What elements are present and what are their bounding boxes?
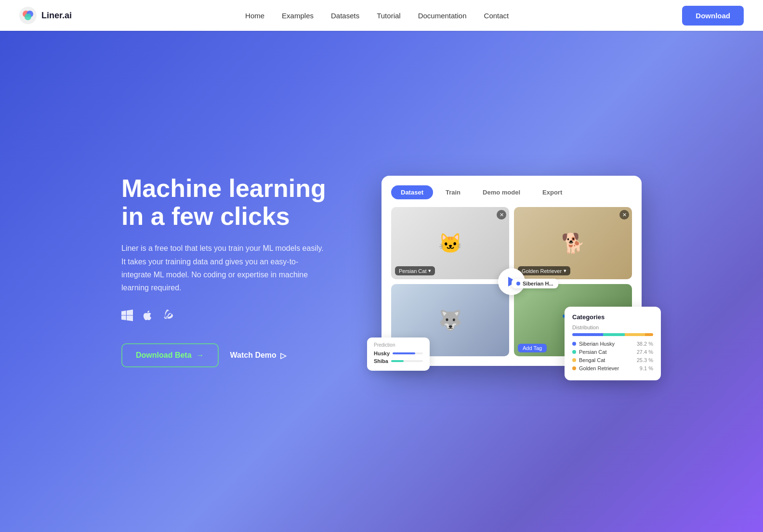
download-beta-button[interactable]: Download Beta → — [121, 343, 219, 367]
dropdown-icon: ▾ — [428, 268, 431, 274]
pred-husky-bar — [393, 352, 415, 354]
hero-right: Dataset Train Demo model Export 🐱 ✕ Pers… — [382, 176, 642, 366]
nav-contact[interactable]: Contact — [484, 12, 509, 20]
image-card-cat: 🐱 ✕ Persian Cat ▾ — [391, 207, 509, 279]
logo-link[interactable]: Liner.ai — [19, 7, 72, 24]
close-cat-button[interactable]: ✕ — [497, 210, 506, 220]
hero-description: Liner is a free tool that lets you train… — [121, 242, 324, 294]
hero-ctas: Download Beta → Watch Demo ▷ — [121, 343, 353, 367]
nav-download-button[interactable]: Download — [682, 6, 744, 26]
pred-husky: Husky — [374, 350, 423, 356]
navbar: Liner.ai Home Examples Datasets Tutorial… — [0, 0, 763, 31]
tab-dataset[interactable]: Dataset — [391, 185, 433, 199]
dot-persian — [572, 350, 576, 354]
categories-card: Categories Distribution Siberian Husky 3… — [565, 307, 661, 380]
svg-point-3 — [25, 13, 31, 20]
brand-name: Liner.ai — [41, 11, 72, 21]
image-card-dog: 🐕 ✕ Golden Retriever ▾ — [514, 207, 632, 279]
nav-examples[interactable]: Examples — [282, 12, 314, 20]
close-dog-button[interactable]: ✕ — [619, 210, 629, 220]
dot-retriever — [572, 366, 576, 370]
app-mockup: Dataset Train Demo model Export 🐱 ✕ Pers… — [382, 176, 642, 366]
dog-tag: Golden Retriever ▾ — [518, 266, 570, 275]
cat-tag: Persian Cat ▾ — [395, 266, 435, 275]
app-tabs: Dataset Train Demo model Export — [391, 185, 632, 199]
windows-icon — [121, 310, 133, 324]
cat-item-bengal: Bengal Cat 25.3 % — [572, 357, 653, 363]
siberian-dot-icon — [516, 282, 520, 285]
apple-icon — [142, 310, 153, 324]
arrow-right-icon: → — [197, 351, 204, 360]
nav-documentation[interactable]: Documentation — [418, 12, 467, 20]
hero-section: Machine learning in a few clicks Liner i… — [0, 0, 763, 532]
nav-links: Home Examples Datasets Tutorial Document… — [245, 12, 509, 20]
distribution-bar — [572, 333, 653, 336]
hero-left: Machine learning in a few clicks Liner i… — [121, 174, 353, 367]
logo-icon — [19, 7, 37, 24]
tab-export[interactable]: Export — [533, 185, 572, 199]
cat-item-persian: Persian Cat 27.4 % — [572, 349, 653, 355]
tab-demo-model[interactable]: Demo model — [473, 185, 530, 199]
nav-tutorial[interactable]: Tutorial — [377, 12, 400, 20]
hero-title: Machine learning in a few clicks — [121, 174, 353, 230]
nav-home[interactable]: Home — [245, 12, 264, 20]
dropdown-icon-2: ▾ — [564, 268, 566, 274]
play-icon: ▷ — [280, 351, 286, 360]
watch-demo-button[interactable]: Watch Demo ▷ — [230, 351, 286, 360]
os-icons — [121, 310, 353, 324]
linux-icon — [162, 310, 173, 324]
pred-shiba: Shiba — [374, 358, 423, 364]
cat-item-retriever: Golden Retriever 9.1 % — [572, 365, 653, 371]
nav-datasets[interactable]: Datasets — [331, 12, 359, 20]
tab-train[interactable]: Train — [436, 185, 470, 199]
dot-husky — [572, 342, 576, 346]
prediction-card: Prediction Husky Shiba — [367, 337, 430, 371]
siberian-label-bubble: Siberian H... — [512, 279, 558, 288]
add-tag-puppy-button[interactable]: Add Tag — [518, 344, 547, 352]
dot-bengal — [572, 358, 576, 362]
pred-shiba-bar — [391, 360, 404, 362]
cat-item-husky: Siberian Husky 38.2 % — [572, 341, 653, 347]
